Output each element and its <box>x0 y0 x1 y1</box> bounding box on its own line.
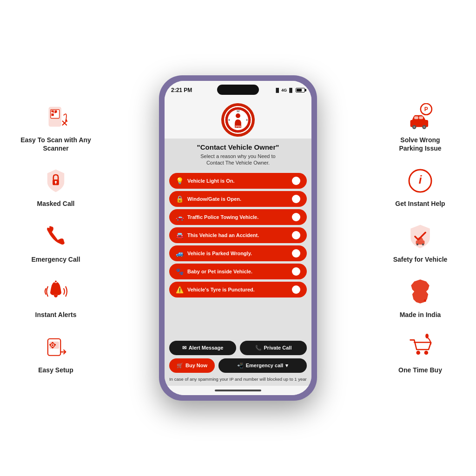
option-parked-wrong-icon: 🚙 <box>176 250 184 257</box>
india-map-icon <box>405 277 436 307</box>
right-features-panel: P Solve WrongParking Issue <box>378 102 462 374</box>
svg-rect-6 <box>52 112 53 113</box>
contact-header: "Contact Vehicle Owner" Select a reason … <box>165 139 311 170</box>
phone-mockup: 2:21 PM ▐▌ 4G ▐▌ <box>159 75 317 401</box>
option-towing-left: 🚗 Traffic Police Towing Vehicle. <box>176 213 258 221</box>
option-accident-text: This Vehicle had an Accident. <box>187 232 259 238</box>
info-circle-icon: i <box>405 165 435 196</box>
option-towing-icon: 🚗 <box>176 213 184 221</box>
private-call-label: Private Call <box>264 345 292 350</box>
option-window-left: 🔒 Window/Gate is Open. <box>176 195 241 203</box>
status-bar: 2:21 PM ▐▌ 4G ▐▌ <box>165 81 311 99</box>
option-tyre-icon: ⚠️ <box>176 286 184 293</box>
emergency-call-button[interactable]: 📲 Emergency call ▾ <box>218 358 307 373</box>
option-parked-wrong-left: 🚙 Vehicle is Parked Wrongly. <box>176 250 252 257</box>
left-features-panel: Easy To Scan with Any Scanner Masked Cal… <box>14 102 98 374</box>
feature-wrong-parking-label: Solve WrongParking Issue <box>399 136 441 152</box>
private-call-button[interactable]: 📞 Private Call <box>240 341 307 355</box>
option-window-toggle[interactable] <box>292 195 300 203</box>
feature-emergency-call: Emergency Call <box>31 221 80 264</box>
svg-point-34 <box>413 126 415 127</box>
btn-row-2: 🛒 Buy Now 📲 Emergency call ▾ <box>169 358 307 373</box>
option-window-text: Window/Gate is Open. <box>187 196 241 202</box>
option-tyre-text: Vehicle's Tyre is Punctured. <box>187 287 255 292</box>
svg-point-25 <box>236 113 240 118</box>
option-parked-wrong-toggle[interactable] <box>292 249 300 258</box>
cart-icon: 🛒 <box>177 363 183 369</box>
option-parked-wrong[interactable]: 🚙 Vehicle is Parked Wrongly. <box>169 245 307 261</box>
option-towing-toggle[interactable] <box>292 213 300 221</box>
private-call-icon: 📞 <box>255 345 262 351</box>
feature-safety-vehicle: Safety for Vehicle <box>393 221 448 264</box>
shield-car-icon <box>405 221 436 251</box>
cart-icon-feature <box>405 332 435 362</box>
spam-notice: In case of any spamming your IP and numb… <box>169 376 307 382</box>
signal-icon: ▐▌ <box>274 88 280 93</box>
svg-rect-3 <box>52 113 54 116</box>
svg-text:12: 12 <box>237 110 240 112</box>
svg-point-45 <box>425 334 429 338</box>
signal2-icon: ▐▌ <box>288 88 294 93</box>
option-baby-pet[interactable]: 🐾 Baby or Pet inside Vehicle. <box>169 264 307 279</box>
option-tyre-toggle[interactable] <box>292 285 300 294</box>
svg-rect-32 <box>419 116 423 119</box>
option-towing[interactable]: 🚗 Traffic Police Towing Vehicle. <box>169 209 307 225</box>
svg-point-9 <box>55 181 57 183</box>
option-window[interactable]: 🔒 Window/Gate is Open. <box>169 191 307 207</box>
option-light[interactable]: 💡 Vehicle Light is On. <box>169 173 307 189</box>
phone-screen: 2:21 PM ▐▌ 4G ▐▌ <box>165 81 311 395</box>
feature-instant-alerts: Instant Alerts <box>35 277 77 319</box>
option-baby-pet-toggle[interactable] <box>292 267 300 276</box>
feature-scan: Easy To Scan with Any Scanner <box>14 102 98 152</box>
parking-car-icon: P <box>405 102 435 132</box>
option-tyre[interactable]: ⚠️ Vehicle's Tyre is Punctured. <box>169 282 307 298</box>
gear-phone-icon <box>40 332 71 362</box>
option-baby-pet-left: 🐾 Baby or Pet inside Vehicle. <box>176 268 252 275</box>
svg-rect-31 <box>414 116 418 119</box>
feature-one-time-buy-label: One Time Buy <box>398 366 442 374</box>
dropdown-arrow: ▾ <box>285 363 288 369</box>
svg-rect-10 <box>55 183 56 184</box>
option-light-left: 💡 Vehicle Light is On. <box>176 177 234 185</box>
option-accident-toggle[interactable] <box>292 231 300 239</box>
wifi-icon: 4G <box>281 88 287 93</box>
feature-masked-call: Masked Call <box>37 165 75 208</box>
svg-point-40 <box>416 244 418 245</box>
option-accident[interactable]: 🚘 This Vehicle had an Accident. <box>169 227 307 243</box>
buy-now-label: Buy Now <box>185 363 207 368</box>
buy-now-button[interactable]: 🛒 Buy Now <box>169 358 215 373</box>
alert-msg-icon: ✉ <box>182 345 186 351</box>
feature-made-in-india-label: Made in India <box>400 311 441 319</box>
feature-easy-setup-label: Easy Setup <box>38 366 73 374</box>
feature-instant-alerts-label: Instant Alerts <box>35 311 77 319</box>
option-light-text: Vehicle Light is On. <box>187 178 234 184</box>
contact-title: "Contact Vehicle Owner" <box>171 143 305 152</box>
status-icons: ▐▌ 4G ▐▌ <box>274 88 305 93</box>
svg-point-15 <box>52 344 53 346</box>
option-baby-pet-text: Baby or Pet inside Vehicle. <box>187 269 252 274</box>
svg-rect-5 <box>54 112 56 113</box>
status-time: 2:21 PM <box>171 87 192 93</box>
option-towing-text: Traffic Police Towing Vehicle. <box>187 214 258 220</box>
app-logo: 12 3 9 OPEN <box>221 103 255 137</box>
scan-phone-icon <box>41 102 71 132</box>
feature-easy-setup: Easy Setup <box>38 332 73 374</box>
feature-one-time-buy: One Time Buy <box>398 332 442 374</box>
option-light-toggle[interactable] <box>292 177 300 185</box>
alert-message-button[interactable]: ✉ Alert Message <box>169 341 236 355</box>
feature-made-in-india: Made in India <box>400 277 441 319</box>
contact-subtitle: Select a reason why you Need toContact T… <box>171 153 305 166</box>
svg-point-42 <box>424 299 426 302</box>
svg-text:OPEN: OPEN <box>235 126 241 128</box>
feature-masked-call-label: Masked Call <box>37 199 75 208</box>
feature-wrong-parking: P Solve WrongParking Issue <box>399 102 441 152</box>
bottom-buttons: ✉ Alert Message 📞 Private Call 🛒 <box>165 337 311 386</box>
feature-instant-help-label: Get Instant Help <box>395 199 445 208</box>
option-accident-left: 🚘 This Vehicle had an Accident. <box>176 231 259 239</box>
phone-icon <box>41 221 71 251</box>
shield-lock-icon <box>41 165 71 196</box>
emergency-call-label: Emergency call <box>246 363 284 368</box>
home-bar <box>215 390 261 391</box>
phone-inner: 2:21 PM ▐▌ 4G ▐▌ <box>165 81 311 395</box>
svg-rect-19 <box>54 344 56 345</box>
